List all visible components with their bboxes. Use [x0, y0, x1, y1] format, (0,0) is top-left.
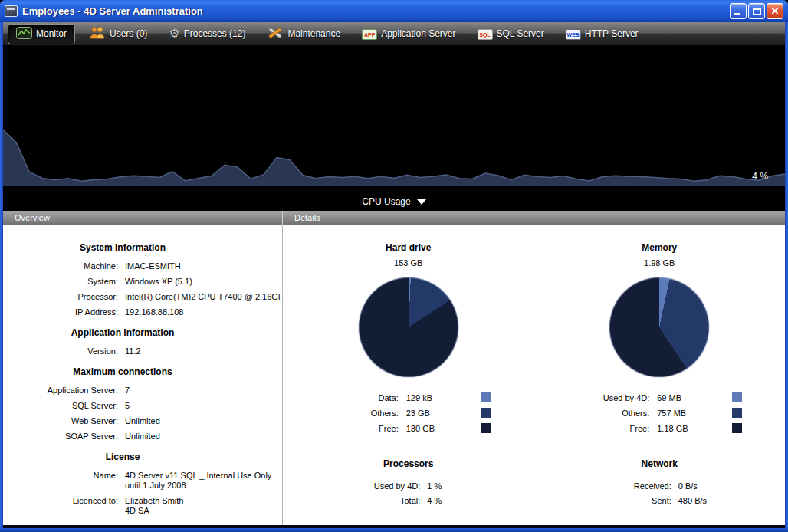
toolbar-item-application-server[interactable]: APPApplication Server [354, 26, 463, 42]
info-value: Unlimited [125, 416, 242, 426]
info-row: Version:11.2 [3, 346, 242, 356]
maximize-button[interactable] [748, 3, 765, 19]
memory-column: Memory1.98 GBUsed by 4D:69 MBOthers:757 … [534, 232, 786, 525]
info-value-line: 4D Server v11 SQL _ Internal Use Only [125, 471, 271, 481]
overview-header: Overview [3, 211, 283, 225]
info-value: Unlimited [125, 432, 242, 442]
info-value-line: Intel(R) Core(TM)2 CPU T7400 @ 2.16GH [125, 292, 283, 302]
details-panel: Hard drive153 GBData:129 kBOthers:23 GBF… [283, 225, 785, 525]
info-value-line: Elizabeth Smith [125, 496, 242, 506]
overview-section: Application informationVersion:11.2 [3, 327, 242, 356]
legend-swatch [481, 408, 491, 418]
title-bar[interactable]: Employees - 4D Server Administration ✕ [0, 0, 788, 22]
stat-value: 480 B/s [678, 496, 740, 505]
info-row: Licenced to:Elizabeth Smith4D SA [3, 496, 242, 516]
graph-type-label: CPU Usage [362, 196, 410, 207]
stat-label: Received: [580, 481, 671, 491]
toolbar-item-monitor[interactable]: Monitor [8, 24, 75, 44]
minimize-button[interactable] [730, 3, 747, 19]
info-value-line: Unlimited [125, 416, 242, 426]
legend-label: Others: [326, 409, 399, 418]
info-value: Intel(R) Core(TM)2 CPU T7400 @ 2.16GH [125, 292, 283, 302]
memory-title: Memory [642, 242, 677, 253]
graph-type-dropdown[interactable]: CPU Usage [3, 196, 785, 207]
legend-label: Used by 4D: [576, 393, 649, 402]
toolbar-item-label: Application Server [381, 28, 455, 39]
minimize-icon [734, 13, 740, 15]
legend-value: 757 MB [657, 409, 724, 418]
network-stats: Received:0 B/sSent:480 B/s [580, 481, 740, 511]
app-icon: APP [362, 28, 377, 40]
cpu-graph-region: 4 % CPU Usage [3, 46, 785, 211]
info-value: 11.2 [125, 346, 242, 356]
overview-section: System InformationMachine:IMAC-ESMITHSys… [3, 242, 242, 317]
window-content: MonitorUsers (0)⚙Processes (12)Maintenan… [3, 22, 785, 528]
legend-row: Others:757 MB [576, 408, 742, 418]
stat-value: 4 % [427, 496, 488, 505]
processors-stats: Used by 4D:1 %Total:4 % [328, 481, 488, 511]
stat-row: Total:4 % [328, 496, 488, 505]
legend-value: 130 GB [406, 424, 474, 433]
legend-swatch [481, 392, 491, 402]
info-row: SOAP Server:Unlimited [3, 432, 242, 442]
info-row: SQL Server:5 [3, 401, 242, 411]
section-heading: License [3, 452, 242, 462]
stat-value: 1 % [427, 481, 488, 491]
network-heading: Network [642, 458, 678, 469]
info-label: Application Server: [3, 386, 118, 396]
toolbar: MonitorUsers (0)⚙Processes (12)Maintenan… [3, 22, 785, 46]
toolbar-item-maintenance[interactable]: Maintenance [259, 24, 348, 44]
web-icon: WEB [566, 28, 581, 40]
memory-total: 1.98 GB [644, 258, 675, 268]
info-value-line: 4D SA [125, 506, 242, 516]
info-label: System: [3, 277, 118, 287]
info-value-line: 192.168.88.108 [125, 307, 242, 317]
toolbar-item-sql-server[interactable]: SQLSQL Server [470, 26, 552, 42]
info-label: Processor: [3, 292, 118, 302]
info-value: IMAC-ESMITH [125, 261, 242, 271]
legend-swatch [732, 408, 742, 418]
memory-legend: Used by 4D:69 MBOthers:757 MBFree:1.18 G… [576, 392, 742, 438]
gear-icon: ⚙ [169, 28, 179, 40]
window-title: Employees - 4D Server Administration [22, 5, 730, 17]
stat-label: Sent: [580, 496, 671, 505]
toolbar-item-users[interactable]: Users (0) [81, 24, 155, 44]
info-value-line: until 1 July 2008 [125, 481, 271, 491]
section-heading: Application information [3, 327, 242, 338]
info-row: Machine:IMAC-ESMITH [3, 261, 242, 271]
info-label: SOAP Server: [3, 432, 118, 442]
legend-value: 23 GB [406, 409, 474, 418]
maximize-icon [753, 8, 761, 15]
tools-icon [267, 26, 284, 42]
toolbar-item-processes[interactable]: ⚙Processes (12) [161, 26, 253, 42]
info-value: 7 [125, 386, 242, 396]
overview-panel: System InformationMachine:IMAC-ESMITHSys… [3, 225, 283, 525]
info-row: Processor:Intel(R) Core(TM)2 CPU T7400 @… [3, 292, 242, 302]
toolbar-item-http-server[interactable]: WEBHTTP Server [558, 26, 646, 42]
chart-icon [16, 27, 32, 41]
info-value-line: Unlimited [125, 432, 242, 442]
toolbar-item-label: Monitor [36, 28, 67, 39]
legend-value: 129 kB [406, 393, 474, 402]
info-row: Web Server:Unlimited [3, 416, 242, 426]
legend-row: Others:23 GB [326, 408, 491, 418]
legend-label: Free: [576, 424, 649, 433]
info-row: System:Windows XP (5.1) [3, 277, 242, 287]
overview-section: Maximum connectionsApplication Server:7S… [3, 366, 242, 442]
info-row: Name:4D Server v11 SQL _ Internal Use On… [3, 471, 242, 491]
close-button[interactable]: ✕ [767, 3, 783, 19]
cpu-current-value: 4 % [752, 171, 768, 182]
legend-value: 69 MB [657, 393, 724, 402]
hard_drive-column: Hard drive153 GBData:129 kBOthers:23 GBF… [283, 232, 534, 525]
section-heading: System Information [3, 242, 242, 253]
info-label: Web Server: [3, 416, 118, 426]
info-value-line: Windows XP (5.1) [125, 277, 242, 287]
window-border-right [785, 22, 788, 532]
stat-row: Received:0 B/s [580, 481, 740, 491]
sql-icon: SQL [478, 28, 493, 40]
hard_drive-legend: Data:129 kBOthers:23 GBFree:130 GB [326, 392, 491, 438]
legend-value: 1.18 GB [657, 424, 724, 433]
info-value-line: 7 [125, 386, 242, 396]
app-window: Employees - 4D Server Administration ✕ M… [0, 0, 788, 532]
info-label: Machine: [3, 261, 118, 271]
